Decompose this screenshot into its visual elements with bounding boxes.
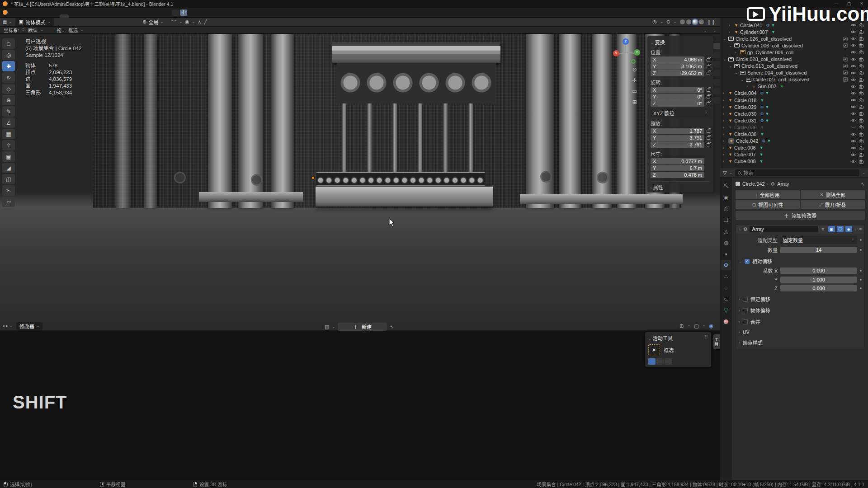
outliner-row[interactable]: › ▼ Circle.036 ⚙ ▼ ☀ ✓ — [720, 124, 868, 131]
outliner-item-name[interactable]: Cube.007 — [734, 152, 756, 157]
edit-mode-toggle[interactable]: ▽ — [820, 226, 826, 232]
eye-open-icon[interactable] — [850, 57, 856, 61]
viewport-menu-item[interactable] — [73, 22, 79, 23]
expand-arrow-icon[interactable]: › — [723, 112, 728, 116]
rotation-field[interactable]: Z0° — [651, 100, 704, 107]
exclude-checkbox[interactable]: ✓ — [843, 64, 848, 68]
node-tree-type-dropdown[interactable]: 修改器⌄ — [16, 322, 43, 330]
tool-button[interactable]: ◇ — [2, 84, 15, 94]
expand-arrow-icon[interactable]: › — [723, 159, 728, 164]
factor-value-field[interactable]: 1.000 — [780, 277, 857, 283]
eye-open-icon[interactable] — [850, 64, 856, 68]
outliner-item-name[interactable]: Circle.026_coll_dissolved — [736, 36, 792, 42]
camera-toggle-icon[interactable] — [859, 98, 864, 102]
properties-tab[interactable]: ❏ — [721, 215, 731, 225]
pan-hand-icon[interactable]: ✛ — [632, 77, 637, 84]
camera-toggle-icon[interactable] — [859, 64, 864, 68]
outliner-row[interactable]: ⌄ Sphere.004_coll_dissolved ⚙ ▼ ☀ ✓ — [720, 70, 868, 76]
proportional-edit-icon[interactable]: ◉ — [185, 19, 189, 25]
properties-search-input[interactable]: 搜索 — [735, 169, 859, 176]
expand-arrow-icon[interactable]: ⌄ — [723, 37, 728, 41]
outliner-row[interactable]: › ▼ Cube.007 ⚙ ▼ ☀ ✓ — [720, 151, 868, 158]
select-mode-subtract[interactable] — [665, 358, 672, 365]
outliner-item-name[interactable]: Circle.004 — [734, 90, 757, 96]
outliner-item-name[interactable]: Cylinder.006_coll_dissolved — [741, 43, 803, 48]
translate-icon[interactable] — [172, 9, 179, 16]
scale-field[interactable]: X1.787 — [651, 128, 704, 134]
show-gizmo-icon[interactable]: ◎ — [652, 19, 657, 25]
lock-icon[interactable] — [707, 89, 710, 92]
modifier-action-button[interactable]: ⤢展开/折叠 — [801, 200, 865, 209]
collapse-icon[interactable]: ⌄ — [738, 227, 741, 231]
eye-open-icon[interactable] — [850, 118, 856, 122]
section-checkbox[interactable] — [743, 308, 748, 313]
modifier-section-collapsed[interactable]: › 端点样式 — [739, 339, 862, 346]
render-dot-icon[interactable]: ◉ — [709, 323, 713, 329]
expand-arrow-icon[interactable]: › — [723, 105, 728, 109]
mode-selector[interactable]: ▣ 物体模式⌄ — [15, 18, 54, 26]
expand-arrow-icon[interactable]: ⌄ — [729, 64, 734, 68]
tool-button[interactable]: ⊕ — [2, 95, 15, 105]
count-field[interactable]: 14 — [780, 247, 857, 253]
shading-mode-toggle[interactable] — [680, 19, 704, 24]
workspace-tab[interactable] — [132, 14, 141, 18]
n-panel-tab[interactable] — [713, 70, 720, 76]
expand-arrow-icon[interactable]: › — [723, 145, 728, 150]
rotation-field[interactable]: Y0° — [651, 94, 704, 100]
section-checkbox[interactable] — [743, 319, 748, 324]
lock-icon[interactable] — [707, 65, 710, 68]
camera-toggle-icon[interactable] — [859, 125, 864, 129]
outliner-item-name[interactable]: Circle.038 — [734, 131, 757, 137]
properties-tab[interactable]: ⚙ — [721, 260, 731, 270]
eye-open-icon[interactable] — [850, 43, 856, 47]
expand-arrow-icon[interactable]: ⌄ — [723, 57, 728, 61]
zoom-icon[interactable]: ⊙ — [632, 66, 637, 73]
outliner-row[interactable]: › ▼ Circle.038 ⚙ ▼ ☀ ✓ — [720, 131, 868, 138]
node-editor-menu-item[interactable] — [47, 326, 53, 327]
eye-open-icon[interactable] — [850, 37, 856, 41]
active-tool-header[interactable]: ⌄ 活动工具⠿ — [648, 334, 708, 342]
properties-tab[interactable]: ⊂ — [721, 294, 731, 304]
select-mode-new[interactable] — [648, 358, 656, 365]
location-field[interactable]: Z-29.652 m — [651, 70, 704, 76]
camera-toggle-icon[interactable] — [859, 112, 864, 116]
factor-value-field[interactable]: 0.000 — [780, 267, 857, 274]
location-field[interactable]: X4.066 m — [651, 56, 704, 63]
realtime-toggle[interactable]: ▣ — [828, 226, 835, 232]
outliner-row[interactable]: ⌄ Circle.027_coll_dissolved ⚙ ▼ ☀ ✓ — [720, 76, 868, 83]
slash-icon[interactable]: ╱ — [204, 19, 207, 25]
n-panel-tab[interactable] — [713, 88, 720, 94]
dimension-field[interactable]: X0.0777 m — [651, 158, 704, 164]
camera-toggle-icon[interactable] — [859, 78, 864, 82]
expand-arrow-icon[interactable]: › — [723, 132, 728, 136]
menu-item[interactable] — [46, 12, 53, 14]
pin-icon[interactable]: ➴ — [390, 324, 394, 330]
n-panel-tab[interactable] — [713, 43, 720, 49]
properties-tab[interactable]: ▪ — [721, 249, 731, 259]
node-tool-tab[interactable]: 工具 — [713, 334, 720, 349]
outliner-row[interactable]: › ▼ Circle.004 ⚙ ▼ ☀ ✓ — [720, 90, 868, 97]
node-editor-menu-item[interactable] — [69, 326, 75, 327]
header-dropdown-icon[interactable]: ⌄ — [862, 171, 865, 175]
tool-button[interactable]: ∠ — [2, 117, 15, 128]
animate-dot[interactable] — [860, 239, 862, 241]
camera-toggle-icon[interactable] — [859, 118, 864, 122]
workspace-tab[interactable] — [78, 14, 87, 18]
select-mode-extend[interactable] — [656, 358, 664, 365]
n-panel-tab[interactable] — [713, 52, 720, 58]
new-node-tree-button[interactable]: ＋新建 — [338, 323, 387, 331]
modifier-action-button[interactable]: ✕删除全部 — [801, 190, 865, 199]
tool-button[interactable]: ✂ — [2, 185, 15, 196]
eye-open-icon[interactable] — [850, 153, 856, 157]
n-panel-tab[interactable] — [713, 61, 720, 67]
eye-open-icon[interactable] — [850, 98, 856, 102]
dimension-field[interactable]: Z0.478 m — [651, 172, 704, 178]
node-editor-menu-item[interactable] — [54, 326, 61, 327]
outliner-item-name[interactable]: Circle.027_coll_dissolved — [753, 77, 809, 82]
outliner-item-name[interactable]: Circle.028_coll_dissolved — [736, 56, 792, 62]
outliner-row[interactable]: › ▼ Cube.006 ⚙ ▼ ☀ ✓ — [720, 145, 868, 151]
exclude-checkbox[interactable]: ✓ — [843, 77, 848, 82]
camera-toggle-icon[interactable] — [859, 153, 864, 157]
modifier-section-collapsed[interactable]: › 合并 — [739, 318, 862, 325]
workspace-tab[interactable] — [159, 14, 168, 18]
